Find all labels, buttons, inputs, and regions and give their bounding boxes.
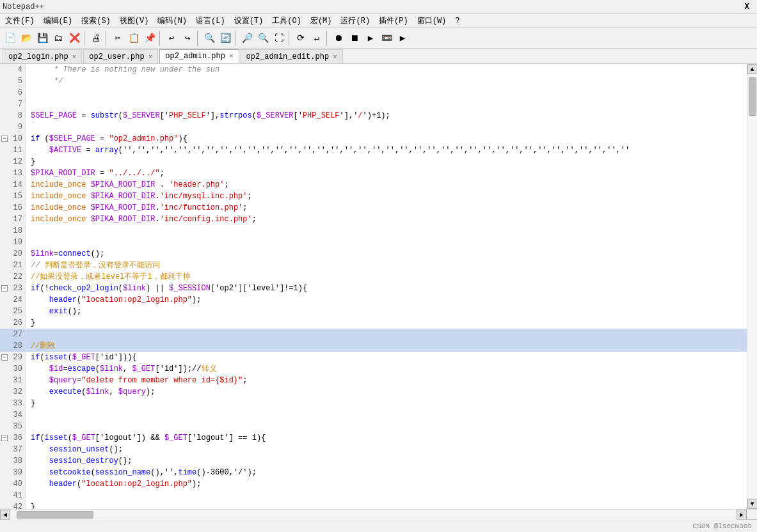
fold-icon-10[interactable]: −: [1, 136, 8, 142]
token: (: [118, 283, 123, 294]
token: =: [95, 133, 109, 145]
menu-item-f[interactable]: 文件(F): [1, 14, 38, 27]
toolbar-save-all[interactable]: 🗂: [51, 31, 66, 46]
menu-item-n[interactable]: 编码(N): [154, 14, 191, 27]
toolbar-sync[interactable]: ⟳: [293, 31, 308, 46]
token: [31, 467, 49, 478]
close-button[interactable]: X: [740, 3, 754, 12]
menu-item-l[interactable]: 语言(L): [192, 14, 229, 27]
menu-item-s[interactable]: 搜索(S): [77, 14, 115, 27]
scroll-track-horizontal[interactable]: [10, 510, 737, 520]
code-line-13: $PIKA_ROOT_DIR = "../../../";: [26, 168, 747, 179]
vertical-scrollbar[interactable]: ▲ ▼: [747, 64, 757, 509]
horizontal-scrollbar[interactable]: ◀ ▶: [0, 510, 747, 519]
token: exit: [49, 306, 68, 317]
line-num-41: 41: [0, 490, 25, 501]
tab-2[interactable]: op2_admin.php×: [159, 49, 239, 63]
toolbar-macro-stop[interactable]: ⏹: [347, 31, 362, 46]
fold-icon-36[interactable]: −: [1, 435, 8, 441]
toolbar-new[interactable]: 📄: [3, 31, 18, 46]
code-line-12: }: [26, 156, 747, 168]
token: ,'': [616, 145, 630, 156]
token: [': [160, 110, 169, 121]
toolbar-redo[interactable]: ↪: [180, 31, 195, 46]
toolbar-find[interactable]: 🔍: [202, 31, 217, 46]
token: ;: [243, 202, 247, 214]
menu-item-r[interactable]: 运行(R): [337, 14, 374, 27]
token: $PIKA_ROOT_DIR: [91, 214, 155, 225]
fold-icon-23[interactable]: −: [1, 285, 8, 292]
tab-close-2[interactable]: ×: [229, 52, 234, 60]
token: session_destroy: [49, 455, 118, 467]
token: [31, 444, 49, 455]
toolbar-macro-rec[interactable]: ⏺: [331, 31, 346, 46]
token: header: [49, 294, 77, 306]
toolbar-run[interactable]: ▶: [395, 31, 410, 46]
toolbar-cut[interactable]: ✂: [110, 31, 125, 46]
scroll-down-arrow[interactable]: ▼: [747, 499, 758, 509]
toolbar-replace[interactable]: 🔄: [218, 31, 233, 46]
line-num-25: 25: [0, 306, 25, 317]
token: isset: [45, 352, 68, 363]
code-line-22: //如果没登录，或者level不等于1，都就干掉: [26, 271, 747, 283]
app-title: Notepad++: [3, 3, 44, 12]
scroll-left-arrow[interactable]: ◀: [0, 510, 10, 520]
token: (: [81, 386, 86, 398]
code-line-17: include_once $PIKA_ROOT_DIR.'inc/config.…: [26, 214, 747, 225]
toolbar-close[interactable]: ❌: [67, 31, 82, 46]
toolbar-copy[interactable]: 📋: [126, 31, 141, 46]
token: 转义: [202, 363, 217, 375]
token: $link: [31, 248, 54, 260]
tab-1[interactable]: op2_user.php×: [83, 49, 158, 63]
menu-item-e[interactable]: 编辑(E): [40, 14, 77, 27]
menu-item-p[interactable]: 插件(P): [375, 14, 412, 27]
toolbar-zoom-in[interactable]: 🔎: [239, 31, 255, 46]
code-line-39: setcookie(session_name(),'',time()-3600,…: [26, 467, 747, 478]
token: }: [31, 398, 35, 409]
toolbar-zoom-out[interactable]: 🔍: [255, 31, 271, 46]
toolbar-undo[interactable]: ↩: [164, 31, 179, 46]
scroll-track-vertical[interactable]: [747, 74, 758, 499]
token: (: [91, 467, 95, 478]
tab-close-0[interactable]: ×: [72, 53, 77, 61]
line-num-30: 30: [0, 363, 25, 375]
menu-item-w[interactable]: 窗口(W): [413, 14, 450, 27]
menu-item-[interactable]: ?: [451, 15, 463, 27]
menu-item-t[interactable]: 设置(T): [230, 14, 267, 27]
toolbar-macro-save[interactable]: 📼: [379, 31, 394, 46]
tab-0[interactable]: op2_login.php×: [3, 49, 82, 63]
tab-close-1[interactable]: ×: [148, 53, 153, 61]
scroll-thumb-horizontal[interactable]: [17, 511, 93, 519]
menu-item-m[interactable]: 宏(M): [307, 14, 336, 27]
token: $_SERVER: [257, 110, 294, 121]
scroll-right-arrow[interactable]: ▶: [737, 510, 747, 520]
token: if: [31, 133, 40, 145]
tab-3[interactable]: op2_admin_edit.php×: [241, 49, 343, 63]
code-line-42: }: [26, 501, 747, 509]
menu-item-v[interactable]: 视图(V): [116, 14, 153, 27]
toolbar-fullscreen[interactable]: ⛶: [271, 31, 287, 46]
toolbar-save[interactable]: 💾: [35, 31, 50, 46]
tab-close-3[interactable]: ×: [333, 53, 337, 61]
token: [86, 179, 90, 191]
code-line-37: session_unset();: [26, 444, 747, 455]
scroll-up-arrow[interactable]: ▲: [747, 64, 758, 74]
fold-icon-29[interactable]: −: [1, 354, 8, 361]
toolbar-paste[interactable]: 📌: [142, 31, 157, 46]
token: $_GET: [164, 432, 187, 444]
line-num-7: 7: [0, 98, 25, 110]
toolbar-print[interactable]: 🖨: [88, 31, 104, 46]
menu-item-o[interactable]: 工具(O): [268, 14, 305, 27]
toolbar-open[interactable]: 📂: [19, 31, 34, 46]
scroll-thumb-vertical[interactable]: [749, 77, 756, 116]
code-content[interactable]: * There is nothing new under the sun */ …: [26, 64, 747, 509]
code-line-16: include_once $PIKA_ROOT_DIR.'inc/functio…: [26, 202, 747, 214]
token: '],: [206, 110, 220, 121]
token: //如果没登录，或者level不等于1，都就干掉: [31, 271, 191, 283]
toolbar-sep-4: [197, 31, 200, 46]
line-num-33: 33: [0, 398, 25, 409]
toolbar-wrap[interactable]: ↵: [309, 31, 324, 46]
title-bar-left: Notepad++: [3, 3, 44, 12]
toolbar-macro-play[interactable]: ▶: [363, 31, 378, 46]
token: (: [95, 363, 100, 375]
